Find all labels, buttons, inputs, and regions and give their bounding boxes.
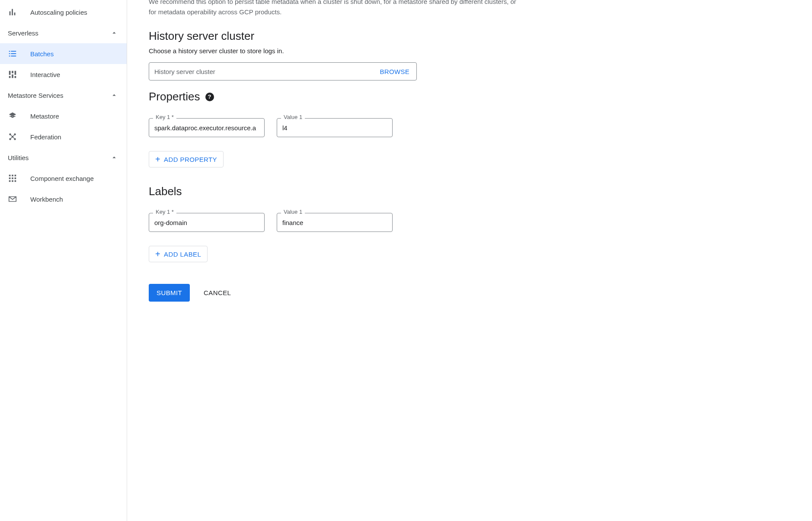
label-value-field: Value 1 (277, 213, 393, 232)
chevron-up-icon (110, 29, 118, 37)
svg-rect-0 (10, 11, 11, 15)
svg-rect-9 (9, 71, 11, 75)
sidebar-item-label: Component exchange (30, 175, 94, 182)
sidebar-item-label: Interactive (30, 71, 60, 78)
plus-icon: + (155, 155, 160, 164)
sidebar-item-label: Autoscaling policies (30, 9, 87, 16)
history-server-input[interactable] (149, 63, 373, 80)
svg-rect-11 (15, 71, 16, 75)
sidebar-group-utilities[interactable]: Utilities (0, 147, 123, 168)
envelope-icon (8, 194, 17, 204)
browse-button[interactable]: BROWSE (373, 63, 416, 80)
svg-rect-14 (15, 76, 16, 78)
svg-rect-22 (15, 175, 16, 177)
plus-icon: + (155, 250, 160, 258)
history-server-field: BROWSE (149, 62, 417, 80)
svg-rect-26 (9, 180, 11, 182)
sidebar-item-batches[interactable]: Batches (0, 43, 127, 64)
svg-rect-28 (15, 180, 16, 182)
chevron-up-icon (110, 154, 118, 161)
dashboard-icon (8, 70, 17, 79)
sidebar-group-serverless[interactable]: Serverless (0, 23, 123, 43)
property-value-input[interactable] (277, 118, 393, 137)
svg-point-18 (14, 138, 16, 140)
svg-rect-1 (12, 9, 13, 16)
sidebar-item-workbench[interactable]: Workbench (0, 189, 123, 209)
labels-title: Labels (149, 185, 521, 198)
graph-icon (8, 132, 17, 142)
property-key-input[interactable] (149, 118, 265, 137)
sidebar-nav: Autoscaling policies Serverless Batches … (0, 0, 127, 521)
sidebar-item-label: Metastore (30, 113, 59, 120)
label-row-1: Key 1 * Value 1 (149, 213, 521, 232)
help-icon[interactable]: ? (205, 93, 214, 101)
svg-point-19 (12, 136, 13, 138)
property-row-1: Key 1 * Value 1 (149, 118, 521, 137)
property-key-label: Key 1 * (153, 114, 176, 120)
label-key-input[interactable] (149, 213, 265, 232)
svg-rect-10 (12, 71, 13, 74)
properties-title: Properties ? (149, 90, 521, 103)
layers-icon (8, 111, 17, 121)
footer-actions: SUBMIT CANCEL (149, 284, 521, 302)
cancel-button[interactable]: CANCEL (201, 284, 233, 302)
label-key-field: Key 1 * (149, 213, 265, 232)
label-value-label: Value 1 (281, 209, 305, 215)
svg-rect-12 (9, 76, 11, 78)
svg-rect-8 (11, 56, 16, 57)
property-value-field: Value 1 (277, 118, 393, 137)
add-property-button[interactable]: + ADD PROPERTY (149, 151, 224, 167)
sidebar-item-interactive[interactable]: Interactive (0, 64, 123, 85)
svg-rect-6 (11, 53, 16, 54)
main-content: We recommend this option to persist tabl… (127, 0, 812, 521)
svg-point-16 (14, 133, 16, 135)
chevron-up-icon (110, 91, 118, 99)
sidebar-item-label: Federation (30, 133, 61, 141)
svg-rect-4 (11, 51, 16, 52)
submit-button[interactable]: SUBMIT (149, 284, 190, 302)
svg-rect-13 (12, 74, 13, 78)
svg-rect-3 (9, 51, 10, 52)
sidebar-item-label: Batches (30, 50, 54, 58)
add-label-button[interactable]: + ADD LABEL (149, 246, 208, 262)
svg-rect-20 (9, 175, 11, 177)
sidebar-item-label: Workbench (30, 196, 63, 203)
sidebar-item-federation[interactable]: Federation (0, 126, 123, 147)
list-icon (8, 49, 17, 58)
metastore-description: We recommend this option to persist tabl… (149, 0, 521, 17)
svg-rect-27 (12, 180, 13, 182)
apps-icon (8, 174, 17, 183)
property-key-field: Key 1 * (149, 118, 265, 137)
label-key-label: Key 1 * (153, 209, 176, 215)
property-value-label: Value 1 (281, 114, 305, 120)
sidebar-item-metastore[interactable]: Metastore (0, 106, 123, 126)
history-server-description: Choose a history server cluster to store… (149, 47, 521, 55)
bar-chart-icon (8, 7, 17, 17)
svg-rect-25 (15, 177, 16, 179)
sidebar-group-metastore-services[interactable]: Metastore Services (0, 85, 123, 106)
sidebar-item-autoscaling-policies[interactable]: Autoscaling policies (0, 2, 123, 23)
svg-rect-23 (9, 177, 11, 179)
history-server-title: History server cluster (149, 29, 521, 43)
svg-rect-7 (9, 56, 10, 57)
svg-rect-5 (9, 53, 10, 54)
svg-point-15 (9, 133, 11, 135)
svg-rect-2 (14, 13, 16, 15)
label-value-input[interactable] (277, 213, 393, 232)
svg-rect-21 (12, 175, 13, 177)
sidebar-item-component-exchange[interactable]: Component exchange (0, 168, 123, 189)
svg-point-17 (9, 138, 11, 140)
svg-rect-24 (12, 177, 13, 179)
